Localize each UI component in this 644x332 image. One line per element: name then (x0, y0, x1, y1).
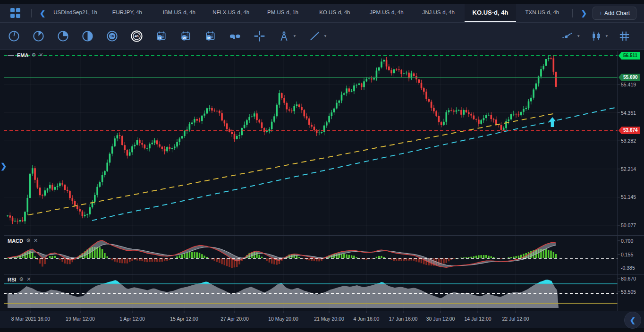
indicators-button[interactable]: ▼ (561, 30, 580, 43)
gear-icon[interactable]: ⚙ (26, 238, 31, 244)
tab-nflx-us-d-4h[interactable]: NFLX.US-d, 4h (205, 4, 257, 22)
legend-line-swatch (8, 55, 14, 56)
price-badge-55.690: 55.690 (619, 74, 640, 81)
chart-type-button[interactable]: ▼ (590, 30, 609, 43)
trend-line-button[interactable]: ▼ (308, 30, 327, 43)
tab-eurjpy-4h[interactable]: EURJPY, 4h (101, 4, 153, 22)
compass-button[interactable]: ▼ (278, 30, 297, 43)
range-bars-button[interactable] (229, 30, 241, 43)
apps-grid-icon[interactable] (10, 8, 20, 18)
tf-month-timeframe-button[interactable]: M (204, 30, 217, 43)
time-axis-label: 4 Jun 16:00 (354, 316, 380, 322)
sidebar-expand-chevron[interactable]: ❯ (0, 161, 9, 171)
gear-icon[interactable]: ⚙ (31, 52, 36, 58)
svg-text:D: D (158, 36, 161, 40)
tf-5m-timeframe-button[interactable] (32, 30, 45, 43)
time-axis-label: 10 May 20:00 (268, 316, 298, 322)
close-icon[interactable]: ✕ (26, 276, 31, 282)
price-badge-53.674: 53.674 (619, 127, 640, 134)
time-axis-label: 15 Apr 12:00 (170, 316, 198, 322)
tf-15m-timeframe-button[interactable] (57, 30, 69, 43)
gear-icon[interactable]: ⚙ (19, 276, 24, 282)
time-axis-label: 19 Mar 12:00 (66, 316, 95, 322)
indicator-name: EMA (17, 52, 28, 58)
toolbar-right-group: ▼▼ (561, 30, 631, 43)
tab-ko-us-d-4h[interactable]: KO.US-d, 4h (309, 4, 361, 22)
tab-usdindsep21-1h[interactable]: USDIndSep21, 1h (50, 4, 102, 22)
time-axis-label: 21 May 20:00 (314, 316, 344, 322)
time-axis-label: 17 Jun 16:00 (389, 316, 418, 322)
close-icon[interactable]: ✕ (39, 52, 43, 58)
tabs-scroll-right-button[interactable]: ❯ (577, 9, 591, 17)
time-axis-label: 8 Mar 2021 16:00 (11, 316, 50, 322)
tab-ibm-us-d-4h[interactable]: IBM.US-d, 4h (153, 4, 205, 22)
grid-button[interactable] (618, 30, 631, 43)
tf-day-timeframe-button[interactable]: D (155, 30, 168, 43)
price-axis-label: 52.214 (621, 167, 636, 172)
tf-1h-timeframe-button[interactable]: 1h (106, 30, 119, 43)
window-top-strip (0, 0, 644, 4)
tf-week-timeframe-button[interactable]: W (179, 30, 192, 43)
scroll-to-latest-button[interactable]: ❮ (624, 312, 641, 329)
plus-icon: + (599, 10, 602, 17)
trading-terminal: ❮ USDIndSep21, 1hEURJPY, 4hIBM.US-d, 4hN… (0, 0, 644, 332)
crosshair-button[interactable] (253, 30, 266, 43)
price-badge-56.511: 56.511 (619, 52, 640, 60)
tab-ko-us-d-4h[interactable]: KO.US-d, 4h (465, 4, 517, 22)
svg-text:1h: 1h (110, 34, 114, 38)
time-axis-label: 14 Jul 12:00 (464, 316, 491, 322)
indicator-name: RSI (8, 277, 16, 282)
svg-text:M: M (207, 36, 210, 40)
indicator-name: MACD (8, 238, 23, 244)
tab-pm-us-d-1h[interactable]: PM.US-d, 1h (257, 4, 309, 22)
close-icon[interactable]: ✕ (34, 238, 38, 244)
macd-axis-label: 0.155 (621, 252, 633, 257)
macd-axis-label: -0.385 (621, 265, 635, 271)
rsi-axis-label: 80.670 (621, 276, 636, 281)
divider (31, 9, 32, 17)
toolbar-left-group: 1h4hDWM▼▼ (8, 30, 327, 43)
time-axis-label: 1 Apr 12:00 (119, 316, 145, 322)
rsi-indicator-legend: RSI⚙✕ (8, 276, 31, 282)
chevron-down-icon[interactable]: ▼ (605, 34, 609, 38)
price-axis-label: 50.077 (621, 223, 636, 228)
tab-jnj-us-d-4h[interactable]: JNJ.US-d, 4h (413, 4, 465, 22)
tab-list: USDIndSep21, 1hEURJPY, 4hIBM.US-d, 4hNFL… (50, 4, 568, 22)
price-axis-label: 54.351 (621, 111, 636, 116)
time-axis-label: 22 Jul 12:00 (502, 316, 529, 322)
time-axis-label: 30 Jun 12:00 (426, 316, 455, 322)
time-axis-label: 27 Apr 20:00 (220, 316, 249, 322)
divider (572, 9, 573, 17)
tf-4h-timeframe-button[interactable]: 4h (130, 30, 143, 43)
ema-indicator-legend: EMA⚙✕ (8, 52, 43, 58)
chevron-down-icon[interactable]: ▼ (576, 34, 580, 38)
chevron-down-icon[interactable]: ▼ (323, 34, 327, 38)
price-axis-label: 53.282 (621, 138, 636, 144)
tab-jpm-us-d-4h[interactable]: JPM.US-d, 4h (361, 4, 413, 22)
tab-txn-us-d-4h[interactable]: TXN.US-d, 4h (516, 4, 568, 22)
toolbar: 1h4hDWM▼▼ ▼▼ (0, 23, 644, 50)
rsi-axis-label: 53.505 (621, 289, 636, 295)
svg-text:W: W (182, 36, 186, 40)
tf-1m-timeframe-button[interactable] (8, 30, 20, 43)
add-chart-button[interactable]: +Add Chart (593, 7, 636, 20)
chevron-down-icon[interactable]: ▼ (293, 34, 297, 38)
tabs-scroll-left-button[interactable]: ❮ (36, 9, 50, 17)
chart-tab-bar: ❮ USDIndSep21, 1hEURJPY, 4hIBM.US-d, 4hN… (0, 4, 644, 23)
svg-text:4h: 4h (135, 34, 138, 38)
macd-indicator-legend: MACD⚙✕ (8, 238, 38, 244)
macd-axis-label: 0.700 (621, 238, 633, 244)
tf-30m-timeframe-button[interactable] (81, 30, 94, 43)
window-bottom-strip (0, 328, 644, 332)
price-axis-label: 55.419 (621, 82, 636, 87)
price-axis-label: 51.145 (621, 195, 636, 200)
chart-plot-background[interactable] (0, 50, 644, 311)
